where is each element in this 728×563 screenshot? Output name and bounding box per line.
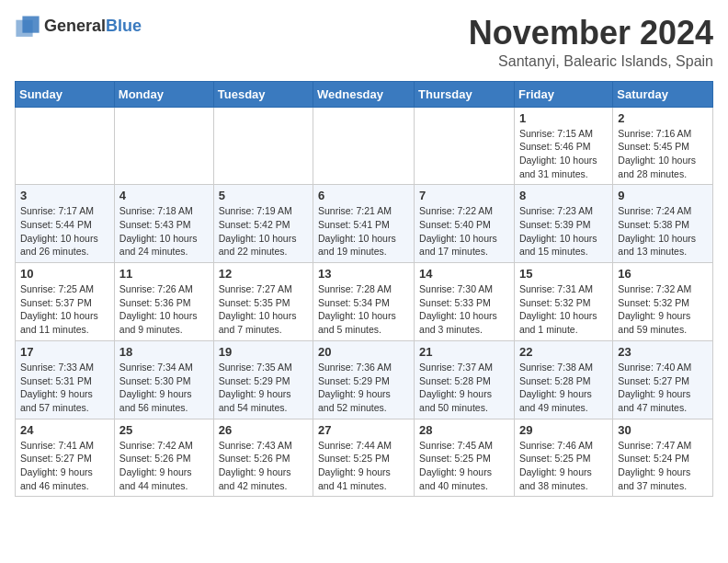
day-info: Sunrise: 7:41 AM Sunset: 5:27 PM Dayligh… — [20, 439, 109, 493]
day-info: Sunrise: 7:24 AM Sunset: 5:38 PM Dayligh… — [618, 204, 708, 259]
calendar-cell: 1Sunrise: 7:15 AM Sunset: 5:46 PM Daylig… — [514, 107, 612, 185]
day-info: Sunrise: 7:43 AM Sunset: 5:26 PM Dayligh… — [219, 439, 308, 493]
calendar-cell — [16, 107, 115, 185]
day-info: Sunrise: 7:23 AM Sunset: 5:39 PM Dayligh… — [519, 204, 608, 259]
day-number: 6 — [318, 189, 409, 202]
calendar-cell: 27Sunrise: 7:44 AM Sunset: 5:25 PM Dayli… — [313, 419, 415, 497]
weekday-wednesday: Wednesday — [313, 81, 415, 107]
day-number: 21 — [419, 345, 509, 359]
calendar-cell: 2Sunrise: 7:16 AM Sunset: 5:45 PM Daylig… — [613, 107, 713, 185]
day-info: Sunrise: 7:30 AM Sunset: 5:33 PM Dayligh… — [419, 282, 509, 337]
calendar-cell: 20Sunrise: 7:36 AM Sunset: 5:29 PM Dayli… — [313, 340, 415, 419]
location-title: Santanyi, Balearic Islands, Spain — [469, 53, 713, 70]
day-info: Sunrise: 7:33 AM Sunset: 5:31 PM Dayligh… — [20, 361, 109, 415]
day-info: Sunrise: 7:36 AM Sunset: 5:29 PM Dayligh… — [318, 361, 409, 415]
weekday-tuesday: Tuesday — [213, 81, 313, 107]
week-row-3: 10Sunrise: 7:25 AM Sunset: 5:37 PM Dayli… — [16, 263, 713, 341]
calendar-cell: 23Sunrise: 7:40 AM Sunset: 5:27 PM Dayli… — [613, 340, 713, 419]
day-number: 17 — [20, 345, 109, 359]
day-info: Sunrise: 7:35 AM Sunset: 5:29 PM Dayligh… — [219, 361, 308, 415]
calendar-table: SundayMondayTuesdayWednesdayThursdayFrid… — [15, 81, 713, 498]
day-info: Sunrise: 7:27 AM Sunset: 5:35 PM Dayligh… — [219, 282, 308, 337]
day-number: 7 — [419, 189, 509, 202]
calendar-cell: 9Sunrise: 7:24 AM Sunset: 5:38 PM Daylig… — [613, 185, 713, 263]
calendar-cell: 30Sunrise: 7:47 AM Sunset: 5:24 PM Dayli… — [613, 419, 713, 497]
day-number: 16 — [618, 267, 708, 281]
day-info: Sunrise: 7:38 AM Sunset: 5:28 PM Dayligh… — [519, 361, 608, 415]
day-number: 15 — [519, 267, 608, 281]
day-number: 10 — [20, 267, 109, 281]
day-number: 25 — [119, 423, 209, 437]
calendar-cell: 17Sunrise: 7:33 AM Sunset: 5:31 PM Dayli… — [16, 340, 115, 419]
calendar-cell: 12Sunrise: 7:27 AM Sunset: 5:35 PM Dayli… — [213, 263, 313, 341]
calendar-cell — [313, 107, 415, 185]
day-number: 28 — [419, 423, 509, 437]
day-info: Sunrise: 7:34 AM Sunset: 5:30 PM Dayligh… — [119, 361, 209, 415]
calendar-cell: 24Sunrise: 7:41 AM Sunset: 5:27 PM Dayli… — [16, 419, 115, 497]
day-info: Sunrise: 7:19 AM Sunset: 5:42 PM Dayligh… — [219, 204, 308, 259]
calendar-cell: 5Sunrise: 7:19 AM Sunset: 5:42 PM Daylig… — [213, 185, 313, 263]
day-info: Sunrise: 7:44 AM Sunset: 5:25 PM Dayligh… — [318, 439, 409, 493]
calendar-cell — [415, 107, 515, 185]
calendar-cell — [114, 107, 213, 185]
day-number: 11 — [119, 267, 209, 281]
calendar-cell: 11Sunrise: 7:26 AM Sunset: 5:36 PM Dayli… — [114, 263, 213, 341]
calendar-cell — [213, 107, 313, 185]
calendar-body: 1Sunrise: 7:15 AM Sunset: 5:46 PM Daylig… — [16, 107, 713, 497]
calendar-cell: 14Sunrise: 7:30 AM Sunset: 5:33 PM Dayli… — [415, 263, 515, 341]
day-number: 27 — [318, 423, 409, 437]
calendar-cell: 25Sunrise: 7:42 AM Sunset: 5:26 PM Dayli… — [114, 419, 213, 497]
calendar-cell: 4Sunrise: 7:18 AM Sunset: 5:43 PM Daylig… — [114, 185, 213, 263]
day-number: 24 — [20, 423, 109, 437]
week-row-4: 17Sunrise: 7:33 AM Sunset: 5:31 PM Dayli… — [16, 340, 713, 419]
day-info: Sunrise: 7:32 AM Sunset: 5:32 PM Dayligh… — [618, 282, 708, 337]
day-info: Sunrise: 7:16 AM Sunset: 5:45 PM Dayligh… — [618, 127, 708, 181]
day-info: Sunrise: 7:28 AM Sunset: 5:34 PM Dayligh… — [318, 282, 409, 337]
day-info: Sunrise: 7:47 AM Sunset: 5:24 PM Dayligh… — [618, 439, 708, 493]
month-title: November 2024 — [469, 15, 713, 52]
weekday-monday: Monday — [114, 81, 213, 107]
title-block: November 2024 Santanyi, Balearic Islands… — [469, 15, 713, 70]
day-info: Sunrise: 7:26 AM Sunset: 5:36 PM Dayligh… — [119, 282, 209, 337]
day-number: 23 — [618, 345, 708, 359]
calendar-cell: 19Sunrise: 7:35 AM Sunset: 5:29 PM Dayli… — [213, 340, 313, 419]
calendar-cell: 26Sunrise: 7:43 AM Sunset: 5:26 PM Dayli… — [213, 419, 313, 497]
day-number: 18 — [119, 345, 209, 359]
logo-blue: Blue — [106, 17, 142, 36]
logo: General Blue — [15, 15, 142, 37]
calendar-cell: 18Sunrise: 7:34 AM Sunset: 5:30 PM Dayli… — [114, 340, 213, 419]
day-info: Sunrise: 7:17 AM Sunset: 5:44 PM Dayligh… — [20, 204, 109, 259]
day-info: Sunrise: 7:15 AM Sunset: 5:46 PM Dayligh… — [519, 127, 608, 181]
calendar-cell: 29Sunrise: 7:46 AM Sunset: 5:25 PM Dayli… — [514, 419, 612, 497]
calendar-cell: 21Sunrise: 7:37 AM Sunset: 5:28 PM Dayli… — [415, 340, 515, 419]
day-number: 29 — [519, 423, 608, 437]
week-row-1: 1Sunrise: 7:15 AM Sunset: 5:46 PM Daylig… — [16, 107, 713, 185]
day-number: 8 — [519, 189, 608, 202]
day-info: Sunrise: 7:46 AM Sunset: 5:25 PM Dayligh… — [519, 439, 608, 493]
day-number: 1 — [519, 111, 608, 125]
day-number: 26 — [219, 423, 308, 437]
day-number: 20 — [318, 345, 409, 359]
week-row-5: 24Sunrise: 7:41 AM Sunset: 5:27 PM Dayli… — [16, 419, 713, 497]
calendar-cell: 3Sunrise: 7:17 AM Sunset: 5:44 PM Daylig… — [16, 185, 115, 263]
day-info: Sunrise: 7:21 AM Sunset: 5:41 PM Dayligh… — [318, 204, 409, 259]
calendar-cell: 22Sunrise: 7:38 AM Sunset: 5:28 PM Dayli… — [514, 340, 612, 419]
weekday-saturday: Saturday — [613, 81, 713, 107]
day-info: Sunrise: 7:45 AM Sunset: 5:25 PM Dayligh… — [419, 439, 509, 493]
weekday-friday: Friday — [514, 81, 612, 107]
calendar-cell: 13Sunrise: 7:28 AM Sunset: 5:34 PM Dayli… — [313, 263, 415, 341]
svg-marker-1 — [16, 20, 32, 37]
calendar-cell: 16Sunrise: 7:32 AM Sunset: 5:32 PM Dayli… — [613, 263, 713, 341]
day-info: Sunrise: 7:42 AM Sunset: 5:26 PM Dayligh… — [119, 439, 209, 493]
day-number: 4 — [119, 189, 209, 202]
day-number: 13 — [318, 267, 409, 281]
logo-general: General — [44, 17, 106, 36]
day-number: 2 — [618, 111, 708, 125]
day-number: 5 — [219, 189, 308, 202]
day-number: 22 — [519, 345, 608, 359]
calendar-cell: 10Sunrise: 7:25 AM Sunset: 5:37 PM Dayli… — [16, 263, 115, 341]
day-number: 9 — [618, 189, 708, 202]
calendar-cell: 8Sunrise: 7:23 AM Sunset: 5:39 PM Daylig… — [514, 185, 612, 263]
logo-icon — [15, 15, 40, 37]
day-number: 30 — [618, 423, 708, 437]
